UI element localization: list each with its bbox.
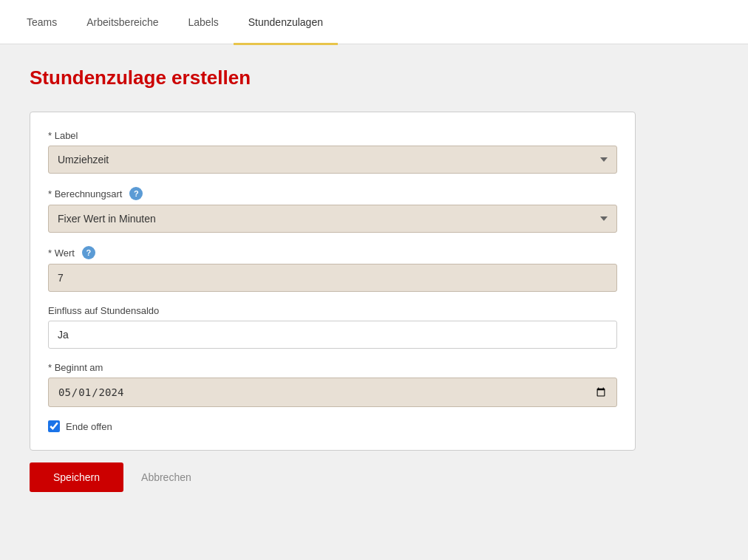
action-bar: Speichern Abbrechen	[30, 462, 718, 492]
label-form-group: * Label Umziehzeit	[48, 130, 617, 174]
label-field-label-text: * Label	[48, 130, 78, 141]
beginnt-am-label-text: * Beginnt am	[48, 362, 103, 373]
cancel-button[interactable]: Abbrechen	[135, 462, 197, 492]
page-content: Stundenzulage erstellen * Label Umziehze…	[0, 44, 748, 560]
einfluss-select[interactable]: Ja Nein	[48, 321, 617, 349]
tab-stundenzulagen-label: Stundenzulagen	[248, 16, 323, 28]
page-title: Stundenzulage erstellen	[30, 66, 718, 89]
wert-input[interactable]	[48, 264, 617, 292]
einfluss-form-group: Einfluss auf Stundensaldo Ja Nein	[48, 305, 617, 349]
tab-teams[interactable]: Teams	[12, 1, 72, 45]
save-button[interactable]: Speichern	[30, 462, 123, 492]
berechnungsart-label: * Berechnungsart ?	[48, 187, 617, 200]
wert-label: * Wert ?	[48, 246, 617, 259]
label-select[interactable]: Umziehzeit	[48, 146, 617, 174]
berechnungsart-help-icon[interactable]: ?	[129, 187, 143, 200]
wert-help-icon[interactable]: ?	[82, 246, 95, 259]
einfluss-label-text: Einfluss auf Stundensaldo	[48, 305, 159, 316]
tab-arbeitsbereiche-label: Arbeitsbereiche	[86, 16, 158, 28]
beginnt-am-input[interactable]	[48, 378, 617, 407]
tab-bar: Teams Arbeitsbereiche Labels Stundenzula…	[0, 0, 748, 44]
ende-offen-checkbox[interactable]	[48, 420, 60, 432]
beginnt-am-form-group: * Beginnt am	[48, 362, 617, 407]
tab-teams-label: Teams	[27, 16, 57, 28]
wert-form-group: * Wert ?	[48, 246, 617, 292]
label-field-label: * Label	[48, 130, 617, 141]
beginnt-am-label: * Beginnt am	[48, 362, 617, 373]
einfluss-label: Einfluss auf Stundensaldo	[48, 305, 617, 316]
ende-offen-label[interactable]: Ende offen	[66, 421, 112, 432]
wert-label-text: * Wert	[48, 247, 75, 259]
ende-offen-group: Ende offen	[48, 420, 617, 432]
tab-arbeitsbereiche[interactable]: Arbeitsbereiche	[72, 1, 173, 45]
berechnungsart-select[interactable]: Fixer Wert in Minuten	[48, 205, 617, 233]
tab-labels[interactable]: Labels	[174, 1, 234, 45]
berechnungsart-form-group: * Berechnungsart ? Fixer Wert in Minuten	[48, 187, 617, 233]
form-card: * Label Umziehzeit * Berechnungsart ? Fi…	[30, 112, 636, 451]
tab-labels-label: Labels	[188, 16, 219, 28]
berechnungsart-label-text: * Berechnungsart	[48, 188, 122, 199]
tab-stundenzulagen[interactable]: Stundenzulagen	[234, 1, 338, 45]
